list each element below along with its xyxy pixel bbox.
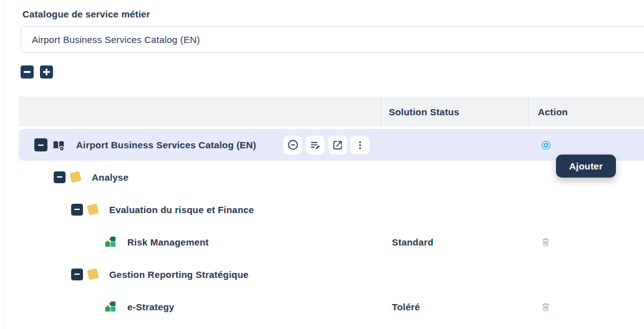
minus-icon — [74, 209, 80, 210]
panel-edge — [4, 0, 4, 329]
tree-column-header — [19, 97, 381, 126]
more-options-button[interactable] — [351, 136, 369, 155]
catalog-select-value: Airport Business Services Catalog (EN) — [32, 34, 200, 45]
edit-note-icon — [310, 139, 321, 151]
service-puzzle-icon — [105, 301, 116, 312]
open-in-new-icon — [332, 140, 343, 151]
service-puzzle-icon — [105, 236, 116, 247]
status-cell: Standard — [381, 237, 528, 247]
edit-button[interactable] — [306, 136, 324, 155]
status-cell: Toléré — [381, 302, 528, 312]
table-header-row: Solution Status Action — [19, 97, 644, 126]
delete-button[interactable] — [540, 237, 551, 247]
tree-node-label: Evaluation du risque et Finance — [109, 204, 254, 215]
minus-icon — [74, 274, 80, 275]
add-button[interactable] — [540, 140, 552, 151]
tree-row-service[interactable]: Risk Management Standard — [19, 226, 644, 258]
collapse-toggle-button[interactable] — [54, 171, 66, 183]
delete-button[interactable] — [540, 302, 551, 312]
tree-row-capability[interactable]: Analyse — [19, 161, 644, 193]
circle-minus-icon — [287, 139, 299, 151]
circle-minus-button[interactable] — [283, 136, 302, 155]
collapse-toggle-button[interactable] — [34, 138, 47, 151]
trash-icon — [540, 302, 551, 312]
tree-node-label: Risk Management — [127, 237, 209, 247]
action-column-header: Action — [528, 97, 644, 126]
minus-icon — [57, 176, 62, 178]
add-tooltip: Ajouter — [556, 155, 616, 178]
tree-node-label: Gestion Reporting Stratégique — [109, 269, 248, 280]
tree-node-label: e-Strategy — [127, 302, 174, 312]
tree-row-service[interactable]: e-Strategy Toléré — [19, 290, 644, 323]
solution-status-column-header: Solution Status — [381, 97, 528, 126]
tree-node-label: Analyse — [92, 172, 129, 183]
add-circle-icon — [540, 140, 552, 151]
tree-row-capability[interactable]: Gestion Reporting Stratégique — [19, 258, 644, 290]
row-actions — [283, 136, 369, 155]
catalog-select-label: Catalogue de service métier — [22, 9, 150, 19]
trash-icon — [540, 237, 551, 247]
tree-row-capability[interactable]: Evaluation du risque et Finance — [19, 193, 644, 226]
catalog-select[interactable]: Airport Business Services Catalog (EN) — [21, 26, 644, 53]
capability-note-icon — [88, 269, 98, 279]
tree-row-catalog[interactable]: Airport Business Services Catalog (EN) — [19, 129, 644, 161]
catalog-book-gear-icon — [52, 139, 65, 151]
expand-all-button[interactable] — [40, 65, 53, 79]
kebab-menu-icon — [354, 140, 366, 151]
capability-note-icon — [88, 204, 98, 214]
minus-icon — [38, 145, 44, 146]
minus-icon — [24, 71, 31, 73]
capability-note-icon — [71, 172, 80, 182]
tree-node-label: Airport Business Services Catalog (EN) — [76, 140, 256, 150]
collapse-toggle-button[interactable] — [71, 269, 83, 280]
collapse-all-button[interactable] — [21, 65, 34, 79]
open-in-new-button[interactable] — [328, 136, 347, 155]
collapse-toggle-button[interactable] — [71, 204, 83, 216]
catalog-tree-table: Solution Status Action — [19, 97, 644, 323]
